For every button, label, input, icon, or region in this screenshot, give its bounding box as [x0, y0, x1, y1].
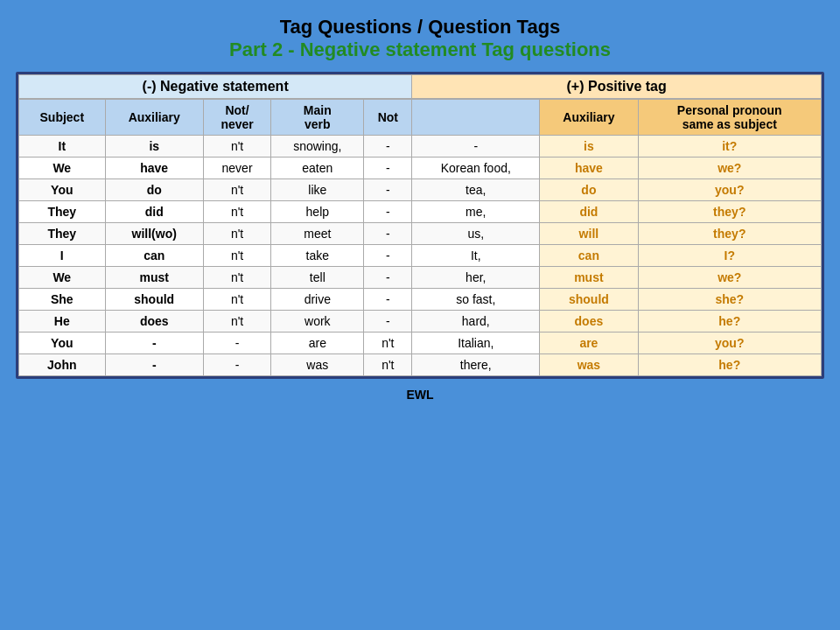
table-cell: will [540, 223, 638, 245]
table-cell: work [271, 311, 364, 332]
table-cell: - [203, 332, 270, 354]
header-negative: (-) Negative statement [19, 75, 412, 100]
table-cell: you? [638, 332, 821, 354]
table-cell: we? [638, 267, 821, 289]
table-row: Icann'ttake-It,canI? [19, 245, 822, 267]
table-cell: - [203, 354, 270, 376]
table-cell: - [364, 245, 412, 267]
table-cell: they? [638, 201, 821, 223]
table-cell: He [19, 311, 106, 332]
table-row: Youdon'tlike-tea,doyou? [19, 179, 822, 201]
table-cell: - [364, 179, 412, 201]
table-cell: her, [412, 267, 540, 289]
title-sub: Part 2 - Negative statement Tag question… [229, 38, 611, 61]
table-cell: Italian, [412, 332, 540, 354]
table-cell: there, [412, 354, 540, 376]
table-row: Theydidn'thelp-me,didthey? [19, 201, 822, 223]
col-not-never: Not/never [203, 99, 270, 136]
table-cell: It, [412, 245, 540, 267]
table-row: Itisn'tsnowing,--isit? [19, 136, 822, 158]
table-cell: did [105, 201, 203, 223]
table-cell: I? [638, 245, 821, 267]
table-cell: - [364, 267, 412, 289]
col-personal-pronoun: Personal pronounsame as subject [638, 99, 821, 136]
table-cell: - [364, 311, 412, 332]
table-cell: We [19, 267, 106, 289]
table-cell: are [271, 332, 364, 354]
table-row: Wemustn'ttell-her,mustwe? [19, 267, 822, 289]
table-cell: can [540, 245, 638, 267]
table-cell: It [19, 136, 106, 158]
col-auxiliary-pos: Auxiliary [540, 99, 638, 136]
table-cell: - [412, 136, 540, 158]
table-cell: You [19, 332, 106, 354]
table-cell: are [540, 332, 638, 354]
header-positive: (+) Positive tag [412, 75, 822, 100]
table-cell: do [540, 179, 638, 201]
footer-label: EWL [406, 388, 433, 402]
table-cell: n't [203, 267, 270, 289]
table-cell: it? [638, 136, 821, 158]
table-cell: have [540, 158, 638, 179]
col-blank [412, 99, 540, 136]
table-cell: n't [203, 311, 270, 332]
table-row: John--wasn'tthere,washe? [19, 354, 822, 376]
table-cell: help [271, 201, 364, 223]
table-cell: hard, [412, 311, 540, 332]
table-cell: us, [412, 223, 540, 245]
table-cell: John [19, 354, 106, 376]
table-cell: does [540, 311, 638, 332]
table-cell: will(wo) [105, 223, 203, 245]
col-auxiliary-neg: Auxiliary [105, 99, 203, 136]
table-cell: was [540, 354, 638, 376]
main-table: (-) Negative statement (+) Positive tag … [18, 74, 822, 376]
title-area: Tag Questions / Question Tags Part 2 - N… [229, 16, 611, 61]
table-cell: snowing, [271, 136, 364, 158]
table-row: You--aren'tItalian,areyou? [19, 332, 822, 354]
table-cell: she? [638, 289, 821, 311]
table-cell: does [105, 311, 203, 332]
table-cell: I [19, 245, 106, 267]
table-cell: n't [203, 223, 270, 245]
table-row: Sheshouldn'tdrive-so fast,shouldshe? [19, 289, 822, 311]
table-cell: n't [364, 332, 412, 354]
table-cell: must [105, 267, 203, 289]
table-cell: so fast, [412, 289, 540, 311]
table-cell: n't [203, 179, 270, 201]
table-cell: - [364, 289, 412, 311]
table-cell: tell [271, 267, 364, 289]
table-row: Hedoesn'twork-hard,doeshe? [19, 311, 822, 332]
table-cell: You [19, 179, 106, 201]
table-cell: do [105, 179, 203, 201]
table-cell: was [271, 354, 364, 376]
table-cell: n't [203, 201, 270, 223]
table-cell: can [105, 245, 203, 267]
table-cell: Korean food, [412, 158, 540, 179]
table-wrapper: (-) Negative statement (+) Positive tag … [16, 72, 824, 379]
table-cell: - [105, 332, 203, 354]
table-cell: drive [271, 289, 364, 311]
table-cell: is [105, 136, 203, 158]
table-cell: have [105, 158, 203, 179]
table-cell: n't [203, 136, 270, 158]
table-cell: - [105, 354, 203, 376]
table-cell: must [540, 267, 638, 289]
table-cell: is [540, 136, 638, 158]
title-main: Tag Questions / Question Tags [229, 16, 611, 38]
table-row: Wehavenevereaten-Korean food,havewe? [19, 158, 822, 179]
table-cell: me, [412, 201, 540, 223]
table-cell: - [364, 158, 412, 179]
table-cell: They [19, 223, 106, 245]
table-cell: he? [638, 311, 821, 332]
table-cell: n't [203, 245, 270, 267]
col-subject: Subject [19, 99, 106, 136]
table-cell: never [203, 158, 270, 179]
table-cell: you? [638, 179, 821, 201]
table-cell: tea, [412, 179, 540, 201]
table-cell: should [540, 289, 638, 311]
table-cell: - [364, 223, 412, 245]
table-cell: She [19, 289, 106, 311]
col-main-verb: Mainverb [271, 99, 364, 136]
table-cell: meet [271, 223, 364, 245]
table-cell: should [105, 289, 203, 311]
